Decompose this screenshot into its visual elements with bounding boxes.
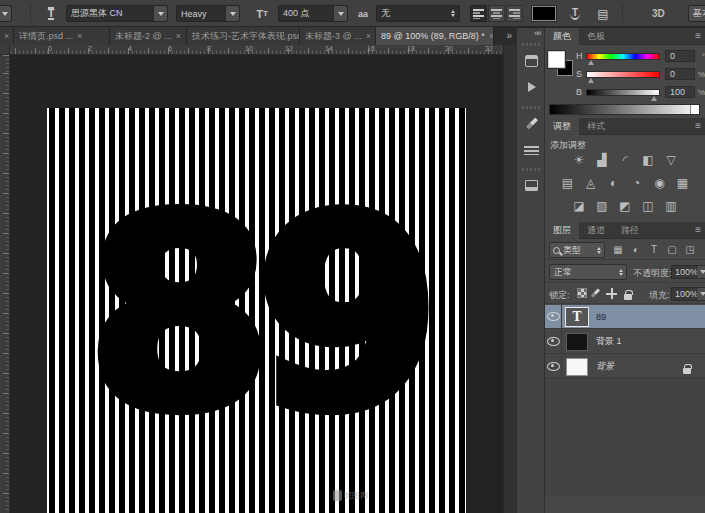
black-white-icon[interactable]: ◐ bbox=[606, 176, 622, 191]
close-icon[interactable]: × bbox=[77, 31, 82, 41]
close-icon[interactable]: × bbox=[489, 31, 494, 41]
gradient-map-icon[interactable]: ◫ bbox=[640, 199, 656, 214]
levels-icon[interactable]: ▟ bbox=[594, 153, 610, 168]
vertical-scrollbar[interactable] bbox=[503, 45, 516, 513]
hue-saturation-icon[interactable]: ▤ bbox=[560, 176, 576, 191]
layer-thumbnail[interactable] bbox=[566, 358, 588, 376]
foreground-background-swatches[interactable] bbox=[548, 51, 578, 81]
collapse-dock-icon[interactable]: «« bbox=[534, 28, 540, 38]
filter-adjustment-layers-icon[interactable]: ◐ bbox=[629, 244, 643, 255]
layer-thumbnail[interactable] bbox=[566, 333, 588, 351]
brightness-slider[interactable] bbox=[586, 89, 660, 96]
lock-position-icon[interactable] bbox=[606, 288, 617, 299]
updown-icon[interactable] bbox=[594, 247, 604, 254]
color-ramp[interactable] bbox=[549, 104, 700, 115]
vertical-ruler[interactable] bbox=[0, 55, 10, 513]
dropdown-arrow-icon[interactable] bbox=[225, 6, 239, 21]
canvas[interactable]: 89 昵图网 bbox=[47, 108, 466, 513]
actions-panel-button[interactable] bbox=[520, 76, 543, 97]
type-color-swatch[interactable] bbox=[532, 5, 556, 22]
photo-filter-icon[interactable]: ◔ bbox=[629, 176, 645, 191]
dock-group-grip[interactable] bbox=[522, 168, 541, 171]
align-right-button[interactable] bbox=[506, 5, 523, 22]
brush-panel-button[interactable] bbox=[520, 113, 543, 134]
tab-overflow-chevron[interactable]: » bbox=[506, 30, 510, 41]
panel-menu-icon[interactable]: ≡ bbox=[695, 120, 701, 131]
threshold-icon[interactable]: ◩ bbox=[617, 199, 633, 214]
opacity-value[interactable]: 100% bbox=[671, 265, 697, 279]
lock-paint-icon[interactable] bbox=[591, 288, 600, 297]
layer-visibility-toggle[interactable] bbox=[545, 305, 562, 329]
layer-filter-kind-select[interactable]: 类型 bbox=[549, 242, 605, 258]
lock-all-icon[interactable] bbox=[624, 294, 632, 300]
invert-icon[interactable]: ◪ bbox=[571, 199, 587, 214]
layer-name[interactable]: 89 bbox=[596, 312, 606, 322]
lock-transparency-icon[interactable] bbox=[577, 288, 587, 298]
fill-value[interactable]: 100% bbox=[671, 287, 697, 301]
font-style-select[interactable]: Heavy bbox=[176, 5, 240, 22]
filter-shape-layers-icon[interactable]: ▢ bbox=[665, 244, 679, 255]
updown-icon[interactable] bbox=[447, 10, 459, 17]
selective-color-icon[interactable]: ▥ bbox=[663, 199, 679, 214]
toggle-character-panel-button[interactable]: ▤ bbox=[594, 5, 612, 22]
layer-visibility-toggle[interactable] bbox=[545, 355, 562, 379]
font-family-select[interactable]: 思源黑体 CN bbox=[66, 5, 168, 22]
tab-paths[interactable]: 路径 bbox=[613, 222, 647, 239]
document-tab[interactable]: 技术练习-艺术字体表现.psd × bbox=[187, 27, 300, 45]
text-layer-thumbnail[interactable]: T bbox=[566, 308, 588, 326]
filter-smart-objects-icon[interactable]: ◳ bbox=[683, 244, 697, 255]
color-balance-icon[interactable]: ◬ bbox=[583, 176, 599, 191]
color-lookup-icon[interactable]: ▦ bbox=[675, 176, 691, 191]
filter-type-layers-icon[interactable]: T bbox=[647, 244, 661, 255]
updown-icon[interactable] bbox=[616, 269, 626, 276]
slider-thumb[interactable] bbox=[651, 96, 657, 101]
filter-pixel-layers-icon[interactable]: ▦ bbox=[611, 244, 625, 255]
warp-text-button[interactable]: T bbox=[566, 5, 584, 22]
saturation-value[interactable]: 0 bbox=[665, 68, 695, 80]
tab-color[interactable]: 颜色 bbox=[545, 28, 579, 45]
hue-value[interactable]: 0 bbox=[665, 50, 695, 62]
canvas-text-89[interactable]: 89 bbox=[47, 184, 466, 446]
brush-presets-panel-button[interactable] bbox=[520, 140, 543, 161]
tab-layers[interactable]: 图层 bbox=[545, 222, 579, 239]
fill-dropdown-arrow[interactable] bbox=[697, 287, 705, 301]
toggle-text-orientation-button[interactable]: T bbox=[42, 5, 60, 22]
3d-menu[interactable]: 3D bbox=[652, 5, 665, 22]
document-tab[interactable]: × bbox=[0, 27, 14, 45]
document-tab-active[interactable]: 89 @ 100% (89, RGB/8) * × bbox=[376, 27, 494, 45]
tab-adjustments[interactable]: 调整 bbox=[545, 118, 579, 135]
panel-menu-icon[interactable]: ≡ bbox=[695, 224, 701, 235]
layer-row-background-copy[interactable]: 背景 1 bbox=[545, 330, 705, 354]
hue-slider[interactable] bbox=[586, 53, 660, 60]
dropdown-arrow-icon[interactable] bbox=[333, 6, 347, 21]
tab-swatches[interactable]: 色板 bbox=[579, 28, 613, 45]
slider-thumb[interactable] bbox=[588, 78, 594, 83]
saturation-slider[interactable] bbox=[586, 71, 660, 78]
close-icon[interactable]: × bbox=[176, 31, 181, 41]
exposure-icon[interactable]: ◧ bbox=[640, 153, 656, 168]
brightness-value[interactable]: 100 bbox=[665, 86, 695, 98]
history-panel-button[interactable] bbox=[520, 50, 543, 71]
layer-row-89[interactable]: T 89 bbox=[545, 305, 705, 329]
opacity-dropdown-arrow[interactable] bbox=[697, 265, 705, 279]
ruler-origin-box[interactable] bbox=[0, 45, 10, 55]
document-tab[interactable]: 详情页.psd ... × bbox=[14, 27, 110, 45]
curves-icon[interactable]: ◜ bbox=[617, 153, 633, 168]
close-icon[interactable]: × bbox=[366, 31, 371, 41]
layer-row-background[interactable]: 背景 bbox=[545, 355, 705, 379]
panel-menu-icon[interactable]: ≡ bbox=[695, 30, 701, 41]
dropdown-arrow-icon[interactable] bbox=[153, 6, 167, 21]
font-size-select[interactable]: 400 点 bbox=[278, 5, 348, 22]
tab-styles[interactable]: 样式 bbox=[579, 118, 613, 135]
vibrance-icon[interactable]: ▽ bbox=[663, 153, 679, 168]
posterize-icon[interactable]: ▨ bbox=[594, 199, 610, 214]
document-tab[interactable]: 未标题-2 @ ... × bbox=[110, 27, 187, 45]
dock-group-grip[interactable] bbox=[522, 43, 541, 46]
align-left-button[interactable] bbox=[470, 5, 487, 22]
tab-channels[interactable]: 通道 bbox=[579, 222, 613, 239]
ramp-white-chip[interactable] bbox=[690, 105, 699, 114]
layer-name[interactable]: 背景 1 bbox=[596, 335, 622, 348]
horizontal-ruler[interactable]: 2 0 2 4 6 8 10 12 14 16 18 20 22 bbox=[10, 45, 503, 55]
anti-alias-select[interactable]: 无 bbox=[376, 5, 460, 22]
align-center-button[interactable] bbox=[488, 5, 505, 22]
